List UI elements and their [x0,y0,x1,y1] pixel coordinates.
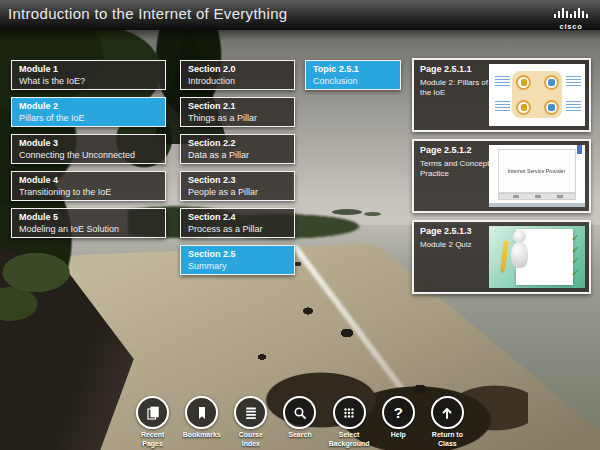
grid-dots-icon [341,405,357,421]
question-mark-icon: ? [394,405,403,420]
section-item-2-5-active[interactable]: Section 2.5 Summary [180,245,295,275]
toolbar-label: Search [288,431,311,440]
figure-body [511,242,528,268]
toolbar-label: Help [391,431,406,440]
bookmark-ribbon-icon [577,145,582,154]
page-subtitle: Module 2: Pillars of the IoE [420,78,498,100]
recent-pages-icon [145,405,161,421]
module-subtitle: What is the IoE? [19,76,158,88]
section-subtitle: Process as a Pillar [188,224,287,236]
app-window: Introduction to the Internet of Everythi… [0,0,600,450]
slide-footer [489,203,585,207]
section-title: Section 2.5 [188,249,287,261]
course-index-button[interactable]: Course Index [226,396,275,449]
select-background-button[interactable]: Select Background [325,396,374,449]
page-item-2-5-1-3[interactable]: Page 2.5.1.3 Module 2 Quiz ✓ ✓ ✓ ✓ [412,220,591,294]
course-index-circle [234,396,267,429]
bookmark-icon [194,405,210,421]
recent-pages-button[interactable]: Recent Pages [128,396,177,449]
up-arrow-icon [439,405,455,421]
toolbar-label: Return to Class [432,431,463,449]
course-title: Introduction to the Internet of Everythi… [8,5,287,22]
page-thumbnail-isp: Internet Service Provider [489,145,585,207]
section-item-2-3[interactable]: Section 2.3 People as a Pillar [180,171,295,201]
section-title: Section 2.2 [188,138,287,150]
module-item-4[interactable]: Module 4 Transitioning to the IoE [11,171,166,201]
section-title: Section 2.1 [188,101,287,113]
caption-stub [495,76,510,87]
bookmarks-button[interactable]: Bookmarks [177,396,226,449]
section-item-2-4[interactable]: Section 2.4 Process as a Pillar [180,208,295,238]
section-item-2-2[interactable]: Section 2.2 Data as a Pillar [180,134,295,164]
page-item-2-5-1-2[interactable]: Page 2.5.1.2 Terms and Concepts Practice… [412,139,591,213]
section-subtitle: People as a Pillar [188,187,287,199]
section-title: Section 2.4 [188,212,287,224]
page-item-2-5-1-1[interactable]: Page 2.5.1.1 Module 2: Pillars of the Io… [412,58,591,132]
page-thumbnail-quiz: ✓ ✓ ✓ ✓ [489,226,585,288]
header-bar: Introduction to the Internet of Everythi… [0,0,600,30]
module-item-5[interactable]: Module 5 Modeling an IoE Solution [11,208,166,238]
module-subtitle: Connecting the Unconnected [19,150,158,162]
module-item-3[interactable]: Module 3 Connecting the Unconnected [11,134,166,164]
toolbar-label: Recent Pages [141,431,164,449]
module-item-2-active[interactable]: Module 2 Pillars of the IoE [11,97,166,127]
module-subtitle: Transitioning to the IoE [19,187,158,199]
section-item-2-1[interactable]: Section 2.1 Things as a Pillar [180,97,295,127]
help-circle: ? [382,396,415,429]
module-title: Module 3 [19,138,158,150]
process-pillar-icon [544,75,559,90]
things-pillar-icon [544,100,559,115]
people-pillar-icon [516,75,531,90]
return-to-class-circle [431,396,464,429]
select-background-circle [333,396,366,429]
cisco-bridge-icon [554,8,588,18]
section-subtitle: Introduction [188,76,287,88]
help-button[interactable]: ? Help [374,396,423,449]
toolbar-label: Bookmarks [183,431,221,440]
recent-pages-circle [136,396,169,429]
page-thumbnail-pillars [489,64,585,126]
section-title: Section 2.0 [188,64,287,76]
cisco-logo: cisco [551,4,591,31]
module-title: Module 2 [19,101,158,113]
isp-slide: Internet Service Provider [498,149,576,193]
toolbar-label: Select Background [329,431,370,449]
module-item-1[interactable]: Module 1 What is the IoE? [11,60,166,90]
section-subtitle: Summary [188,261,287,273]
module-title: Module 4 [19,175,158,187]
slide-controls [498,193,576,200]
topic-item-2-5-1-active[interactable]: Topic 2.5.1 Conclusion [305,60,401,90]
page-subtitle: Terms and Concepts Practice [420,159,498,181]
bookmarks-circle [185,396,218,429]
data-pillar-icon [516,100,531,115]
list-icon [243,405,259,421]
return-to-class-button[interactable]: Return to Class [423,396,472,449]
caption-stub [495,101,510,112]
section-subtitle: Data as a Pillar [188,150,287,162]
module-title: Module 1 [19,64,158,76]
section-item-2-0[interactable]: Section 2.0 Introduction [180,60,295,90]
module-subtitle: Modeling an IoE Solution [19,224,158,236]
topic-subtitle: Conclusion [313,76,393,88]
toolbar-label: Course Index [239,431,263,449]
bottom-toolbar: Recent Pages Bookmarks Course Index [128,396,472,449]
search-button[interactable]: Search [275,396,324,449]
pencil-icon [500,241,508,270]
module-title: Module 5 [19,212,158,224]
module-subtitle: Pillars of the IoE [19,113,158,125]
topic-title: Topic 2.5.1 [313,64,393,76]
section-subtitle: Things as a Pillar [188,113,287,125]
search-circle [283,396,316,429]
page-subtitle: Module 2 Quiz [420,240,498,251]
isp-slide-title: Internet Service Provider [508,168,565,174]
search-icon [292,405,308,421]
section-title: Section 2.3 [188,175,287,187]
cisco-wordmark: cisco [551,23,591,31]
caption-stub [566,101,581,112]
caption-stub [566,76,581,87]
quiz-checkmarks: ✓ ✓ ✓ ✓ [571,233,579,280]
header-shadow [0,30,600,41]
